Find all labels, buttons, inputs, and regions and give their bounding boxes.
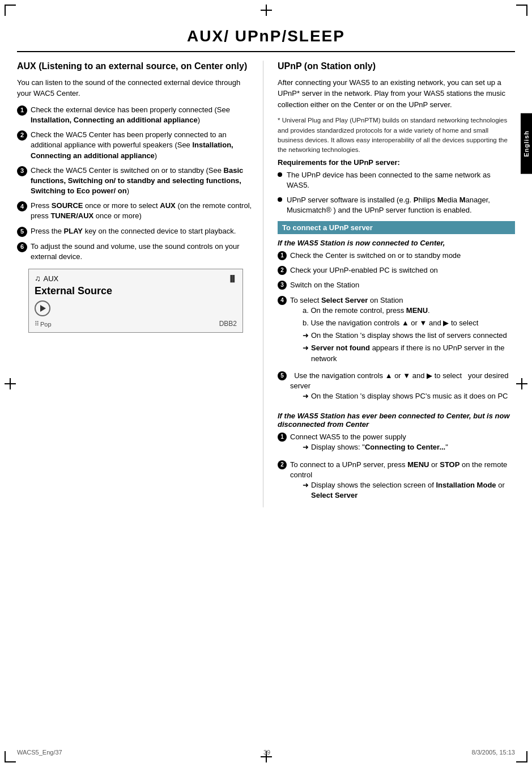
bullet-dot-1 — [278, 172, 282, 177]
upnp-item-1: 1 Check the Center is switched on or to … — [278, 251, 515, 261]
aux-bottom-left: Pop — [40, 321, 52, 328]
page-title: AUX/ UPnP/SLEEP — [17, 27, 515, 45]
right-column: UPnP (on Station only) After connecting … — [275, 61, 515, 507]
page-header: AUX/ UPnP/SLEEP — [17, 17, 515, 52]
play-triangle-icon — [40, 305, 46, 312]
aux-source-label: ♫ AUX — [35, 274, 58, 283]
bullet-dot-2 — [278, 197, 282, 202]
arrow-symbol-2: ➜ — [303, 343, 309, 363]
corner-mark-tl — [5, 5, 16, 16]
item-number-2: 2 — [17, 130, 27, 141]
aux-intro: You can listen to the sound of the conne… — [17, 77, 254, 99]
aux-bottom-right: DBB2 — [219, 320, 237, 328]
requirement-2: UPnP server software is installed (e.g. … — [278, 195, 515, 215]
upnp-sub2-item-1: 1 Connect WAS5 to the power supply ➜ Dis… — [278, 432, 515, 455]
upnp-item-4b: b. Use the navigation controls ▲ or ▼ an… — [303, 318, 515, 328]
play-button-display — [35, 300, 50, 316]
upnp-sub2-arrow-2: ➜ Display shows the selection screen of … — [303, 480, 515, 501]
aux-display-topbar: ♫ AUX ▐▌ — [35, 274, 237, 283]
requirement-2-text: UPnP server software is installed (e.g. … — [287, 195, 515, 215]
sub2-title: If the WAS5 Station has ever been connec… — [278, 412, 515, 429]
item-number-6: 6 — [17, 242, 27, 252]
aux-item-4-content: Press SOURCE once or more to select AUX … — [31, 201, 254, 221]
upnp-arrow-2-text: Server not found appears if there is no … — [311, 343, 515, 363]
aux-display-bottom: ⠿ Pop DBB2 — [35, 320, 237, 328]
aux-item-3: 3 Check the WAC5 Center is switched on o… — [17, 166, 254, 197]
upnp-sub2-arrow-1: ➜ Display shows: "Connecting to Center..… — [303, 442, 515, 452]
connect-banner: To connect a UPnP server — [278, 221, 515, 234]
upnp-arrow-1: ➜ On the Station 's display shows the li… — [303, 330, 515, 341]
upnp-num-3: 3 — [278, 281, 287, 290]
upnp-sub2-num-1: 1 — [278, 433, 287, 442]
upnp-note: * Univeral Plug and Play (UPnPTM) builds… — [278, 116, 515, 155]
aux-item-2-content: Check the WAC5 Center has been properly … — [31, 130, 254, 161]
music-note-icon: ♫ — [35, 274, 41, 283]
crosshair-right — [516, 378, 527, 389]
page-footer: WACS5_Eng/37 39 8/3/2005, 15:13 — [17, 749, 515, 756]
upnp-arrow-1-text: On the Station 's display shows the list… — [311, 330, 507, 341]
footer-right: 8/3/2005, 15:13 — [472, 749, 515, 756]
upnp-item-3: 3 Switch on the Station — [278, 280, 515, 290]
upnp-item-2: 2 Check your UPnP-enabled PC is switched… — [278, 265, 515, 276]
aux-external-source-label: External Source — [35, 285, 237, 297]
arrow-symbol-5: ➜ — [303, 480, 309, 501]
upnp-num-4: 4 — [278, 296, 287, 305]
upnp-sub2-item-1-text: Connect WAS5 to the power supply ➜ Displ… — [290, 432, 515, 455]
signal-icon: ▐▌ — [228, 275, 237, 282]
aux-item-5: 5 Press the PLAY key on the connected de… — [17, 226, 254, 237]
crosshair-left — [5, 378, 16, 389]
arrow-symbol-3: ➜ — [303, 391, 309, 401]
corner-mark-tr — [516, 5, 527, 16]
upnp-sub2-arrow-2-text: Display shows the selection screen of In… — [311, 480, 515, 501]
upnp-sub2-num-2: 2 — [278, 460, 287, 469]
upnp-sub2-arrow-1-text: Display shows: "Connecting to Center..." — [311, 442, 448, 452]
upnp-sub2-item-2: 2 To connect to a UPnP server, press MEN… — [278, 460, 515, 503]
aux-item-4: 4 Press SOURCE once or more to select AU… — [17, 201, 254, 221]
aux-item-1: 1 Check the external device has been pro… — [17, 105, 254, 125]
aux-display-mockup: ♫ AUX ▐▌ External Source ⠿ Pop DBB2 — [28, 269, 243, 333]
upnp-num-2: 2 — [278, 266, 287, 275]
crosshair-top — [261, 5, 272, 16]
requirement-1-text: The UPnP device has been connected to th… — [287, 170, 515, 190]
aux-item-6-content: To adjust the sound and volume, use the … — [31, 241, 254, 262]
language-tab: English — [521, 113, 532, 174]
aux-item-3-content: Check the WAC5 Center is switched on or … — [31, 166, 254, 197]
aux-section-title: AUX (Listening to an external source, on… — [17, 61, 254, 73]
upnp-item-5: 5 Use the navigation controls ▲ or ▼ and… — [278, 371, 515, 404]
upnp-sub2-item-2-text: To connect to a UPnP server, press MENU … — [290, 460, 515, 503]
upnp-intro: After connecting your WAS5 to an existin… — [278, 77, 515, 111]
upnp-item-1-text: Check the Center is switched on or to st… — [290, 251, 515, 261]
aux-item-1-content: Check the external device has been prope… — [31, 105, 254, 125]
upnp-item-3-text: Switch on the Station — [290, 280, 515, 290]
left-column: AUX (Listening to an external source, on… — [17, 61, 263, 507]
corner-mark-br — [516, 751, 527, 762]
aux-source-text: AUX — [44, 274, 59, 283]
upnp-item-5-text: Use the navigation controls ▲ or ▼ and ▶… — [290, 371, 515, 404]
eq-icon: ⠿ Pop — [35, 320, 52, 328]
corner-mark-bl — [5, 751, 16, 762]
upnp-arrow-2: ➜ Server not found appears if there is n… — [303, 343, 515, 363]
item-number-5: 5 — [17, 227, 27, 237]
footer-left: WACS5_Eng/37 — [17, 749, 62, 756]
upnp-arrow-3: ➜ On the Station 's display shows PC's m… — [303, 391, 515, 401]
upnp-num-5: 5 — [278, 371, 287, 380]
upnp-item-4-text: To select Select Server on Station a. On… — [290, 295, 515, 366]
upnp-section-title: UPnP (on Station only) — [278, 61, 515, 73]
item-number-4: 4 — [17, 201, 27, 211]
upnp-item-4a: a. On the remote control, press MENU. — [303, 306, 515, 316]
aux-item-6: 6 To adjust the sound and volume, use th… — [17, 241, 254, 262]
requirement-1: The UPnP device has been connected to th… — [278, 170, 515, 190]
upnp-arrow-3-text: On the Station 's display shows PC's mus… — [311, 391, 508, 401]
arrow-symbol-4: ➜ — [303, 442, 309, 452]
footer-center: 39 — [263, 749, 270, 756]
upnp-num-1: 1 — [278, 251, 287, 260]
aux-item-2: 2 Check the WAC5 Center has been properl… — [17, 130, 254, 161]
upnp-item-4: 4 To select Select Server on Station a. … — [278, 295, 515, 366]
item-number-3: 3 — [17, 166, 27, 176]
item-number-1: 1 — [17, 105, 27, 116]
requirements-title: Requirements for the UPnP server: — [278, 158, 515, 167]
main-content: AUX (Listening to an external source, on… — [17, 52, 515, 507]
sub1-title: If the WAS5 Station is now connected to … — [278, 239, 515, 247]
arrow-symbol-1: ➜ — [303, 330, 309, 341]
upnp-item-2-text: Check your UPnP-enabled PC is switched o… — [290, 265, 515, 276]
